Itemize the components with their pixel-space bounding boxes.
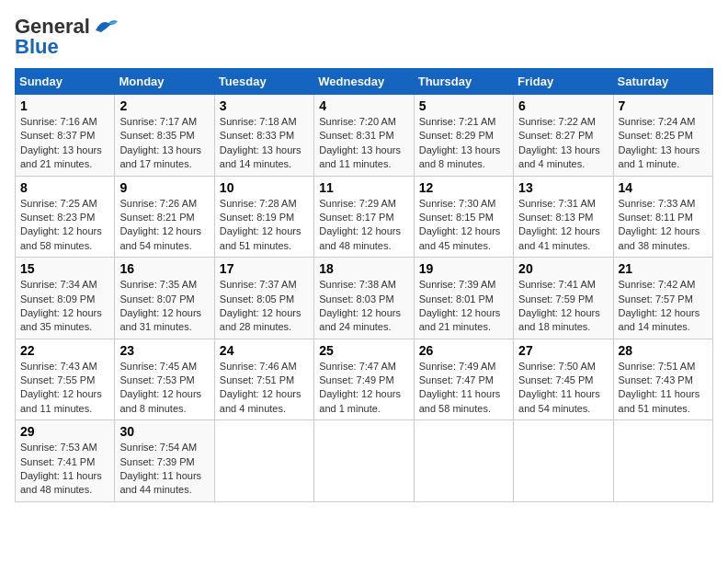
day-number: 27 [518, 343, 608, 358]
day-info: Sunrise: 7:35 AM Sunset: 8:07 PM Dayligh… [119, 278, 209, 335]
day-number: 16 [119, 261, 209, 276]
daylight-label: Daylight: 12 hours and 54 minutes. [119, 225, 201, 250]
sunrise-label: Sunrise: 7:21 AM [419, 116, 496, 127]
daylight-label: Daylight: 12 hours and 35 minutes. [20, 307, 102, 332]
sunset-label: Sunset: 8:05 PM [220, 293, 294, 304]
logo-blue: Blue [15, 35, 59, 59]
day-number: 22 [20, 343, 109, 358]
day-number: 6 [518, 98, 608, 113]
sunset-label: Sunset: 7:39 PM [119, 456, 194, 467]
day-number: 14 [619, 180, 708, 195]
daylight-label: Daylight: 11 hours and 48 minutes. [20, 470, 102, 495]
day-info: Sunrise: 7:43 AM Sunset: 7:55 PM Dayligh… [20, 360, 109, 417]
day-number: 18 [319, 261, 408, 276]
day-info: Sunrise: 7:28 AM Sunset: 8:19 PM Dayligh… [220, 197, 309, 254]
calendar-cell: 16 Sunrise: 7:35 AM Sunset: 8:07 PM Dayl… [115, 258, 214, 339]
day-number: 26 [419, 343, 508, 358]
calendar-table: SundayMondayTuesdayWednesdayThursdayFrid… [15, 68, 713, 502]
day-info: Sunrise: 7:18 AM Sunset: 8:33 PM Dayligh… [220, 115, 309, 172]
day-info: Sunrise: 7:25 AM Sunset: 8:23 PM Dayligh… [20, 197, 109, 254]
day-number: 28 [619, 343, 708, 358]
daylight-label: Daylight: 13 hours and 1 minute. [619, 144, 700, 169]
day-info: Sunrise: 7:45 AM Sunset: 7:53 PM Dayligh… [119, 360, 209, 417]
day-info: Sunrise: 7:33 AM Sunset: 8:11 PM Dayligh… [619, 197, 708, 254]
calendar-cell [514, 420, 613, 502]
calendar-cell: 25 Sunrise: 7:47 AM Sunset: 7:49 PM Dayl… [314, 339, 414, 420]
daylight-label: Daylight: 11 hours and 51 minutes. [619, 388, 700, 413]
day-number: 12 [419, 180, 508, 195]
daylight-label: Daylight: 12 hours and 48 minutes. [319, 225, 401, 250]
sunset-label: Sunset: 8:17 PM [319, 212, 393, 223]
sunrise-label: Sunrise: 7:22 AM [518, 116, 596, 127]
day-info: Sunrise: 7:50 AM Sunset: 7:45 PM Dayligh… [518, 360, 608, 417]
calendar-cell [314, 420, 414, 502]
calendar-cell: 22 Sunrise: 7:43 AM Sunset: 7:55 PM Dayl… [16, 339, 115, 420]
calendar-cell: 23 Sunrise: 7:45 AM Sunset: 7:53 PM Dayl… [115, 339, 214, 420]
daylight-label: Daylight: 11 hours and 54 minutes. [518, 388, 600, 413]
day-number: 2 [119, 98, 209, 113]
calendar-cell: 19 Sunrise: 7:39 AM Sunset: 8:01 PM Dayl… [414, 258, 513, 339]
day-info: Sunrise: 7:41 AM Sunset: 7:59 PM Dayligh… [518, 278, 608, 335]
day-number: 23 [119, 343, 209, 358]
sunset-label: Sunset: 7:49 PM [319, 374, 393, 385]
sunset-label: Sunset: 7:41 PM [20, 456, 95, 467]
day-info: Sunrise: 7:54 AM Sunset: 7:39 PM Dayligh… [119, 441, 209, 498]
calendar-week-3: 15 Sunrise: 7:34 AM Sunset: 8:09 PM Dayl… [16, 258, 713, 339]
daylight-label: Daylight: 12 hours and 14 minutes. [619, 307, 700, 332]
sunset-label: Sunset: 8:23 PM [20, 212, 95, 223]
calendar-cell: 20 Sunrise: 7:41 AM Sunset: 7:59 PM Dayl… [514, 258, 613, 339]
sunrise-label: Sunrise: 7:16 AM [20, 116, 97, 127]
calendar-cell: 11 Sunrise: 7:29 AM Sunset: 8:17 PM Dayl… [314, 176, 414, 258]
sunset-label: Sunset: 8:15 PM [419, 212, 494, 223]
day-number: 21 [619, 261, 708, 276]
sunset-label: Sunset: 7:59 PM [518, 293, 593, 304]
sunset-label: Sunset: 8:21 PM [119, 212, 194, 223]
sunrise-label: Sunrise: 7:51 AM [619, 361, 696, 372]
calendar-cell: 24 Sunrise: 7:46 AM Sunset: 7:51 PM Dayl… [214, 339, 313, 420]
daylight-label: Daylight: 12 hours and 8 minutes. [119, 388, 201, 413]
day-number: 9 [119, 180, 209, 195]
calendar-cell: 21 Sunrise: 7:42 AM Sunset: 7:57 PM Dayl… [613, 258, 712, 339]
calendar-week-2: 8 Sunrise: 7:25 AM Sunset: 8:23 PM Dayli… [16, 176, 713, 258]
calendar-cell: 28 Sunrise: 7:51 AM Sunset: 7:43 PM Dayl… [613, 339, 712, 420]
daylight-label: Daylight: 11 hours and 44 minutes. [119, 470, 201, 495]
day-number: 24 [220, 343, 309, 358]
sunrise-label: Sunrise: 7:42 AM [619, 279, 696, 290]
sunset-label: Sunset: 8:19 PM [220, 212, 294, 223]
header-saturday: Saturday [613, 69, 712, 95]
header-tuesday: Tuesday [214, 69, 313, 95]
day-info: Sunrise: 7:38 AM Sunset: 8:03 PM Dayligh… [319, 278, 408, 335]
daylight-label: Daylight: 13 hours and 21 minutes. [20, 144, 102, 169]
day-info: Sunrise: 7:46 AM Sunset: 7:51 PM Dayligh… [220, 360, 309, 417]
calendar-header-row: SundayMondayTuesdayWednesdayThursdayFrid… [16, 69, 713, 95]
calendar-cell: 3 Sunrise: 7:18 AM Sunset: 8:33 PM Dayli… [214, 95, 313, 177]
day-info: Sunrise: 7:29 AM Sunset: 8:17 PM Dayligh… [319, 197, 408, 254]
calendar-cell: 14 Sunrise: 7:33 AM Sunset: 8:11 PM Dayl… [613, 176, 712, 258]
day-number: 13 [518, 180, 608, 195]
daylight-label: Daylight: 13 hours and 11 minutes. [319, 144, 401, 169]
page-header: General Blue [15, 15, 713, 59]
sunrise-label: Sunrise: 7:31 AM [518, 198, 596, 209]
sunrise-label: Sunrise: 7:45 AM [119, 361, 197, 372]
calendar-cell: 5 Sunrise: 7:21 AM Sunset: 8:29 PM Dayli… [414, 95, 513, 177]
day-info: Sunrise: 7:53 AM Sunset: 7:41 PM Dayligh… [20, 441, 109, 498]
sunset-label: Sunset: 8:01 PM [419, 293, 494, 304]
day-info: Sunrise: 7:39 AM Sunset: 8:01 PM Dayligh… [419, 278, 508, 335]
sunrise-label: Sunrise: 7:54 AM [119, 442, 197, 453]
sunrise-label: Sunrise: 7:46 AM [220, 361, 297, 372]
calendar-cell: 29 Sunrise: 7:53 AM Sunset: 7:41 PM Dayl… [16, 420, 115, 502]
calendar-cell: 7 Sunrise: 7:24 AM Sunset: 8:25 PM Dayli… [613, 95, 712, 177]
sunrise-label: Sunrise: 7:37 AM [220, 279, 297, 290]
sunset-label: Sunset: 8:35 PM [119, 130, 194, 141]
day-info: Sunrise: 7:17 AM Sunset: 8:35 PM Dayligh… [119, 115, 209, 172]
sunset-label: Sunset: 7:55 PM [20, 374, 95, 385]
daylight-label: Daylight: 13 hours and 14 minutes. [220, 144, 301, 169]
daylight-label: Daylight: 11 hours and 58 minutes. [419, 388, 501, 413]
sunrise-label: Sunrise: 7:38 AM [319, 279, 396, 290]
daylight-label: Daylight: 12 hours and 41 minutes. [518, 225, 600, 250]
calendar-cell: 8 Sunrise: 7:25 AM Sunset: 8:23 PM Dayli… [16, 176, 115, 258]
day-number: 30 [119, 424, 209, 439]
daylight-label: Daylight: 13 hours and 8 minutes. [419, 144, 501, 169]
sunset-label: Sunset: 8:37 PM [20, 130, 95, 141]
day-number: 19 [419, 261, 508, 276]
